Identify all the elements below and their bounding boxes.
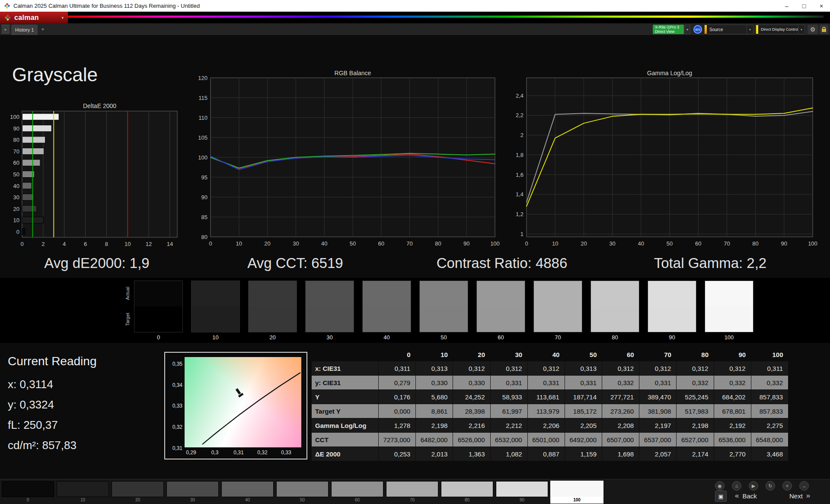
reading-cdm2: cd/m²: 857,83	[8, 439, 77, 452]
patch-20[interactable]: 20	[112, 481, 164, 503]
column-header: 30	[490, 348, 527, 361]
swatch-target	[192, 306, 239, 332]
stat-avg-de2000: Avg dE2000: 1,9	[6, 255, 188, 271]
meter-line1: X-Rite i1Pro 3	[655, 25, 682, 29]
patch-color	[2, 481, 54, 497]
close-button[interactable]: ×	[813, 0, 830, 12]
table-cell: 2,205	[565, 418, 602, 433]
table-cell: 5,680	[416, 390, 453, 404]
table-cell: 0,330	[416, 376, 453, 390]
table-cell: 0,311	[751, 361, 788, 376]
column-header: 80	[677, 348, 714, 361]
swatch-30	[305, 281, 354, 332]
calman-diamond-icon	[4, 14, 11, 21]
row-label: Gamma Log/Log	[312, 418, 379, 433]
add-tab-button[interactable]: +	[39, 25, 47, 34]
svg-text:100: 100	[808, 240, 817, 247]
svg-text:0: 0	[525, 240, 528, 247]
column-header: 60	[602, 348, 639, 361]
tab-scroll-button[interactable]: ▸	[2, 25, 10, 34]
table-cell: 273,260	[602, 404, 639, 418]
deltae-bar-30	[22, 194, 34, 201]
svg-text:1: 1	[520, 231, 524, 237]
patch-40[interactable]: 40	[221, 481, 274, 503]
minimize-button[interactable]: –	[778, 0, 795, 12]
source-dropdown[interactable]: Source ▾	[704, 25, 753, 34]
meter-selector[interactable]: X-Rite i1Pro 3 Direct View	[653, 25, 684, 34]
grayscale-swatch-band: Actual Target 0102030405060708090100	[0, 278, 830, 343]
table-cell: 0,331	[527, 376, 565, 390]
back-button[interactable]: « Back	[735, 491, 757, 500]
table-cell: 2,208	[602, 418, 639, 433]
table-cell: 2,212	[490, 418, 527, 433]
swatch-target	[306, 306, 354, 332]
svg-text:1,4: 1,4	[516, 191, 524, 198]
column-header: 40	[527, 348, 565, 361]
screenshot-button[interactable]: ◉	[715, 481, 725, 491]
swatch-actual	[306, 281, 354, 306]
cie-x-tick: 0,31	[229, 450, 248, 456]
svg-text:30: 30	[293, 240, 299, 247]
patch-50[interactable]: 50	[276, 481, 329, 503]
stop-button[interactable]: ×	[782, 481, 792, 491]
table-cell: 6532,000	[490, 433, 527, 447]
table-cell: 0,000	[379, 404, 416, 418]
svg-text:90: 90	[463, 240, 469, 247]
license-lock-button[interactable]	[820, 25, 828, 34]
table-cell: 2,197	[639, 418, 677, 433]
patch-90[interactable]: 90	[496, 481, 548, 503]
svg-text:10: 10	[124, 241, 131, 247]
play-button[interactable]: ▶	[749, 481, 758, 491]
skip-button[interactable]: →	[799, 481, 809, 491]
swatch-actual	[249, 281, 297, 306]
cie-y-tick: 0,34	[167, 382, 182, 388]
refresh-button[interactable]: ↻	[766, 481, 775, 491]
tab-history-1[interactable]: History 1	[11, 25, 38, 35]
display-control-label: Direct Display Control	[758, 27, 798, 32]
maximize-button[interactable]: □	[795, 0, 813, 12]
column-header: 0	[379, 348, 416, 361]
swatch-actual	[134, 281, 182, 306]
swatch-actual	[648, 281, 696, 306]
display-control-dropdown[interactable]: Direct Display Control ▾	[756, 25, 805, 34]
svg-text:70: 70	[13, 148, 19, 155]
settings-button[interactable]: ⚙	[808, 25, 818, 34]
patch-number: 20	[112, 497, 164, 503]
patch-30[interactable]: 30	[166, 481, 219, 503]
table-cell: 0,332	[602, 376, 639, 390]
pattern-window-button[interactable]: ▣	[715, 491, 727, 502]
patch-70[interactable]: 70	[386, 481, 438, 503]
meter-dropdown-caret[interactable]: ▾	[684, 25, 690, 34]
swatch-target	[648, 306, 696, 332]
table-cell: 2,174	[677, 447, 714, 461]
svg-text:100: 100	[198, 154, 208, 161]
home-button[interactable]: ⌂	[732, 481, 741, 491]
swatch-100	[705, 281, 753, 332]
patch-number: 90	[496, 497, 548, 503]
patch-80[interactable]: 80	[441, 481, 493, 503]
swatch-90	[648, 281, 696, 332]
table-cell: 389,470	[639, 390, 677, 404]
calman-logo-menu[interactable]: calman ▾	[0, 12, 68, 23]
patch-0[interactable]: 0	[2, 481, 54, 503]
cie-x-tick: 0,33	[277, 450, 296, 456]
swatch-level-label: 50	[419, 334, 468, 341]
table-cell: 24,252	[453, 390, 490, 404]
patch-number: 0	[2, 497, 54, 503]
table-cell: 0,312	[453, 361, 490, 376]
patch-100[interactable]: 100	[551, 481, 603, 503]
patch-60[interactable]: 60	[331, 481, 383, 503]
svg-text:0: 0	[209, 240, 212, 247]
window-title: Calman 2025 Calman Ultimate for Business…	[13, 3, 200, 9]
table-cell: 2,013	[416, 447, 453, 461]
table-cell: 0,312	[527, 361, 565, 376]
table-cell: 1,363	[453, 447, 490, 461]
svg-text:40: 40	[321, 240, 327, 247]
next-button[interactable]: Next »	[789, 491, 810, 500]
svg-text:80: 80	[435, 240, 441, 247]
table-row: x: CIE310,3110,3130,3120,3120,3120,3130,…	[312, 361, 788, 376]
svg-text:2: 2	[42, 241, 45, 247]
table-cell: 6482,000	[416, 433, 453, 447]
swatch-actual	[477, 281, 525, 306]
patch-10[interactable]: 10	[57, 481, 109, 503]
